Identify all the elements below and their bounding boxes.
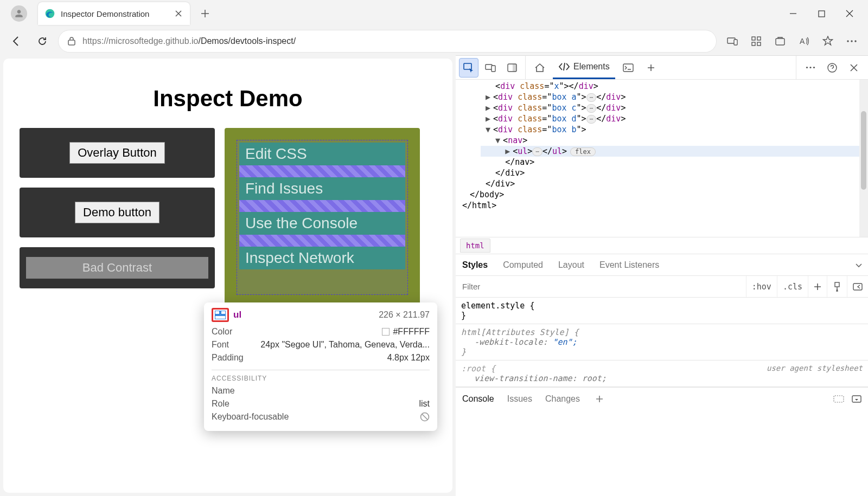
devtools-panel: Elements <div class="x"></div> ▶<div cla… [456,55,868,496]
new-tab-devtools-button[interactable] [641,58,661,78]
refresh-button[interactable] [33,31,52,51]
rule-html-attributes: html[Attributes Style] { -webkit-locale:… [456,324,868,360]
svg-rect-14 [215,311,220,314]
svg-point-25 [809,67,811,68]
flex-badge-icon [212,308,229,322]
code-icon [558,62,570,71]
dom-scrollbar[interactable] [859,80,868,237]
tooltip-element-name: ul [233,310,241,320]
link-inspect-network[interactable]: Inspect Network [239,247,405,269]
browser-toolbar: https://microsoftedge.github.io/Demos/de… [0,27,868,55]
svg-rect-6 [757,37,761,40]
svg-rect-22 [513,64,516,72]
svg-rect-28 [835,282,839,287]
styles-filter-input[interactable] [456,276,746,297]
page-viewport: Inspect Demo Overlay Button Demo button … [3,59,452,493]
tooltip-padding-label: Padding [212,353,244,363]
devtools-close-button[interactable] [844,58,864,78]
minimize-button[interactable] [779,3,807,24]
lock-icon [67,36,76,46]
tooltip-dimensions: 226 × 211.97 [379,310,430,320]
flex-gap [239,235,405,247]
demo-button[interactable]: Demo button [75,202,159,223]
svg-point-24 [806,67,808,68]
flex-gap [239,165,405,177]
link-use-console[interactable]: Use the Console [239,212,405,235]
more-icon[interactable] [842,31,861,51]
devtools-toolbar: Elements [456,56,868,80]
hov-button[interactable]: :hov [746,276,777,297]
welcome-tab-icon[interactable] [530,58,550,78]
drawer-issues-tab[interactable]: Issues [507,394,532,404]
not-focusable-icon [420,412,430,422]
styles-tab[interactable]: Styles [461,256,489,274]
dom-tree[interactable]: <div class="x"></div> ▶<div class="box a… [456,80,868,237]
event-listeners-tab[interactable]: Event Listeners [598,256,660,274]
collections-icon[interactable] [770,31,790,51]
flex-badge[interactable]: flex [570,147,596,156]
cls-button[interactable]: .cls [777,276,808,297]
maximize-button[interactable] [807,3,835,24]
new-rule-button[interactable] [808,276,827,297]
new-tab-button[interactable] [195,4,215,23]
box-demo: Demo button [20,188,215,237]
left-column: Overlay Button Demo button Bad Contrast [20,128,215,307]
extensions-icon[interactable] [746,31,766,51]
tooltip-color-value: #FFFFFF [393,327,430,337]
styles-filter-bar: :hov .cls [456,276,868,298]
color-swatch-icon [382,328,390,336]
tab-close-button[interactable] [174,9,183,18]
drawer-expand-icon[interactable] [852,395,861,403]
device-icon[interactable] [723,31,742,51]
devtools-help-button[interactable] [822,58,842,78]
read-aloud-icon[interactable]: A [794,31,814,51]
profile-avatar[interactable] [11,5,27,22]
link-edit-css[interactable]: Edit CSS [239,143,405,165]
box-contrast: Bad Contrast [20,247,215,288]
svg-rect-1 [819,11,825,17]
layout-tab[interactable]: Layout [557,256,585,274]
svg-rect-20 [492,66,495,72]
drawer-console-tab[interactable]: Console [462,394,494,404]
address-bar[interactable]: https://microsoftedge.github.io/Demos/de… [59,30,716,52]
right-column: Edit CSS Find Issues Use the Console Ins… [225,128,420,307]
breadcrumb-html[interactable]: html [460,239,490,253]
browser-tab[interactable]: Inspector Demonstration [38,2,190,25]
bad-contrast-button[interactable]: Bad Contrast [26,257,208,279]
toggle-computed-icon[interactable] [847,276,868,297]
box-overlay: Overlay Button [20,128,215,178]
console-tab-icon[interactable] [618,58,638,78]
inspect-tooltip: ul 226 × 211.97 Color#FFFFFF Font24px "S… [204,302,437,431]
edge-favicon [44,8,55,19]
svg-rect-9 [776,38,784,45]
svg-point-27 [828,63,837,72]
back-button[interactable] [7,31,26,51]
devtools-more-button[interactable] [801,58,820,78]
highlighted-ul[interactable]: Edit CSS Find Issues Use the Console Ins… [237,140,408,295]
browser-titlebar: Inspector Demonstration [0,0,868,27]
computed-tab[interactable]: Computed [502,256,544,274]
svg-point-13 [854,40,856,42]
drawer-errors-icon[interactable] [833,395,844,403]
dom-breadcrumb[interactable]: html [456,237,868,254]
inspect-element-button[interactable] [459,58,478,78]
paint-icon[interactable] [827,276,847,297]
device-toolbar-button[interactable] [481,58,500,78]
flex-gap [239,200,405,212]
close-window-button[interactable] [835,3,864,24]
elements-tab[interactable]: Elements [553,56,615,79]
svg-rect-5 [752,37,755,40]
link-find-issues[interactable]: Find Issues [239,177,405,200]
dock-side-button[interactable] [502,58,522,78]
favorites-icon[interactable] [818,31,838,51]
expand-styles-icon[interactable] [855,262,863,268]
style-rules[interactable]: element.style { } html[Attributes Style]… [456,298,868,387]
drawer-add-tab[interactable] [593,392,606,405]
overlay-button[interactable]: Overlay Button [69,142,165,164]
tooltip-name-label: Name [212,386,235,396]
drawer-changes-tab[interactable]: Changes [545,394,580,404]
svg-rect-4 [734,40,737,45]
svg-text:A: A [800,37,805,46]
svg-rect-15 [221,311,226,314]
svg-rect-18 [464,63,471,69]
